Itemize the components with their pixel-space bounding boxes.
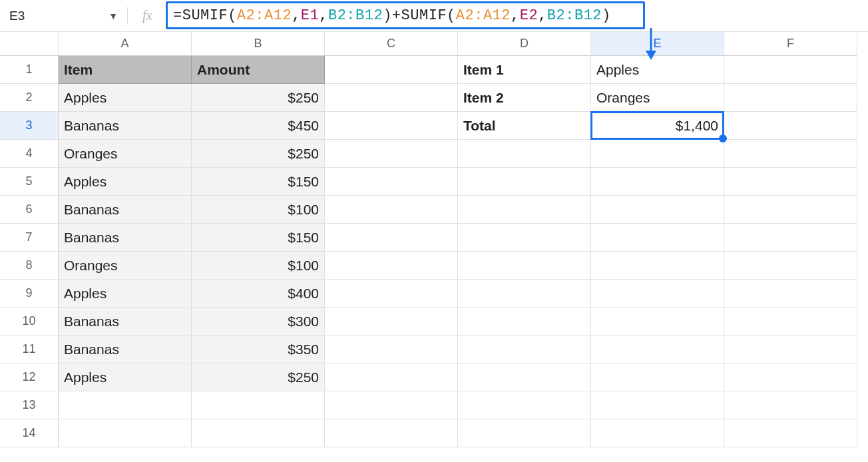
cell-E9[interactable] [591,280,724,308]
cell-E8[interactable] [591,252,724,280]
cell-C2[interactable] [325,84,458,112]
col-head-A[interactable]: A [59,32,192,56]
cell-D13[interactable] [458,391,591,419]
cell-A9[interactable]: Apples [59,280,192,308]
cell-D5[interactable] [458,168,591,196]
col-head-F[interactable]: F [724,32,857,56]
cell-B11[interactable]: $350 [192,336,325,363]
cell-E4[interactable] [591,140,724,168]
cell-D6[interactable] [458,196,591,224]
cell-B8[interactable]: $100 [192,252,325,280]
cell-C6[interactable] [325,196,458,224]
cell-F3[interactable] [724,112,857,140]
cell-C5[interactable] [325,168,458,196]
cell-F9[interactable] [724,280,857,308]
cell-D9[interactable] [458,280,591,308]
row-head-8[interactable]: 8 [0,252,59,280]
cell-A4[interactable]: Oranges [59,140,192,168]
name-box[interactable]: E3 [9,9,105,23]
select-all-corner[interactable] [0,32,59,56]
cell-F1[interactable] [724,56,857,84]
cell-A13[interactable] [59,391,192,419]
row-head-13[interactable]: 13 [0,391,59,419]
cell-C4[interactable] [325,140,458,168]
cell-E10[interactable] [591,308,724,336]
cell-B1[interactable]: Amount [192,56,325,84]
cell-B2[interactable]: $250 [192,84,325,112]
cell-B12[interactable]: $250 [192,363,325,391]
cell-E11[interactable] [591,336,724,363]
cell-A1[interactable]: Item [59,56,192,84]
cell-B10[interactable]: $300 [192,308,325,336]
row-head-10[interactable]: 10 [0,308,59,336]
cell-C13[interactable] [325,391,458,419]
cell-E14[interactable] [591,419,724,447]
cell-E3[interactable]: $1,400 [591,112,724,140]
cell-C7[interactable] [325,224,458,252]
cell-C12[interactable] [325,363,458,391]
formula-text[interactable]: =SUMIF(A2:A12,E1,B2:B12)+SUMIF(A2:A12,E2… [168,7,611,24]
cell-D14[interactable] [458,419,591,447]
cell-D12[interactable] [458,363,591,391]
cell-F8[interactable] [724,252,857,280]
cell-D11[interactable] [458,336,591,363]
cell-B13[interactable] [192,391,325,419]
cell-F12[interactable] [724,363,857,391]
cell-B3[interactable]: $450 [192,112,325,140]
cell-C8[interactable] [325,252,458,280]
name-box-wrap[interactable]: E3 ▼ [5,0,122,31]
cell-A11[interactable]: Bananas [59,336,192,363]
cell-B6[interactable]: $100 [192,196,325,224]
cell-D1[interactable]: Item 1 [458,56,591,84]
cell-C11[interactable] [325,336,458,363]
cell-F6[interactable] [724,196,857,224]
cell-C1[interactable] [325,56,458,84]
row-head-14[interactable]: 14 [0,419,59,447]
cell-D2[interactable]: Item 2 [458,84,591,112]
cell-D8[interactable] [458,252,591,280]
cell-B14[interactable] [192,419,325,447]
cell-A3[interactable]: Bananas [59,112,192,140]
cell-C9[interactable] [325,280,458,308]
cell-F2[interactable] [724,84,857,112]
formula-input[interactable]: =SUMIF(A2:A12,E1,B2:B12)+SUMIF(A2:A12,E2… [168,0,863,31]
row-head-1[interactable]: 1 [0,56,59,84]
cell-F7[interactable] [724,224,857,252]
cell-F11[interactable] [724,336,857,363]
cell-A5[interactable]: Apples [59,168,192,196]
cell-E5[interactable] [591,168,724,196]
name-box-dropdown-icon[interactable]: ▼ [105,11,122,21]
cell-E7[interactable] [591,224,724,252]
cell-A7[interactable]: Bananas [59,224,192,252]
cell-C10[interactable] [325,308,458,336]
row-head-11[interactable]: 11 [0,336,59,363]
col-head-B[interactable]: B [192,32,325,56]
cell-F13[interactable] [724,391,857,419]
row-head-3[interactable]: 3 [0,112,59,140]
cell-E12[interactable] [591,363,724,391]
cell-F10[interactable] [724,308,857,336]
cell-A12[interactable]: Apples [59,363,192,391]
row-head-2[interactable]: 2 [0,84,59,112]
cell-D10[interactable] [458,308,591,336]
cell-A10[interactable]: Bananas [59,308,192,336]
cell-F14[interactable] [724,419,857,447]
fx-icon[interactable]: fx [133,8,162,23]
cell-B7[interactable]: $150 [192,224,325,252]
col-head-C[interactable]: C [325,32,458,56]
row-head-12[interactable]: 12 [0,363,59,391]
cell-F5[interactable] [724,168,857,196]
cell-C3[interactable] [325,112,458,140]
cell-F4[interactable] [724,140,857,168]
col-head-E[interactable]: E [591,32,724,56]
cell-C14[interactable] [325,419,458,447]
cell-B5[interactable]: $150 [192,168,325,196]
spreadsheet-grid[interactable]: ABCDEF1ItemAmountItem 1Apples2Apples$250… [0,32,868,447]
cell-D4[interactable] [458,140,591,168]
row-head-7[interactable]: 7 [0,224,59,252]
cell-D7[interactable] [458,224,591,252]
cell-E2[interactable]: Oranges [591,84,724,112]
cell-B4[interactable]: $250 [192,140,325,168]
cell-E1[interactable]: Apples [591,56,724,84]
cell-A14[interactable] [59,419,192,447]
